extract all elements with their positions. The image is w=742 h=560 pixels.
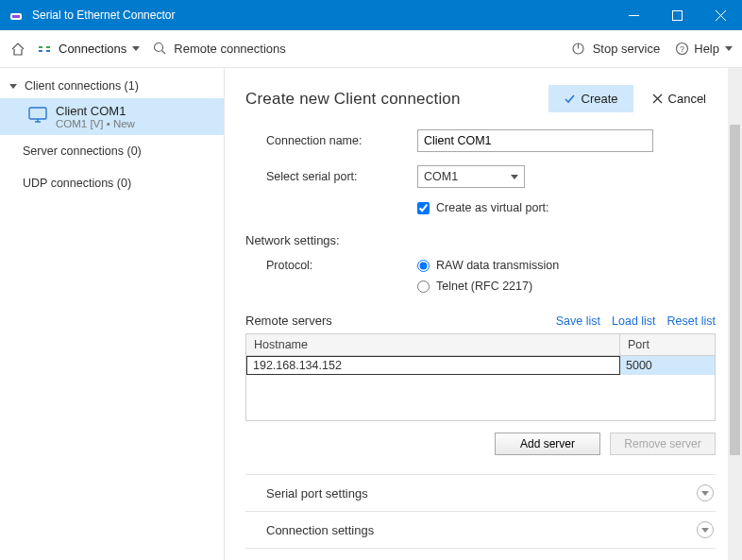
- help-label: Help: [694, 42, 719, 56]
- connection-settings-label: Connection settings: [266, 523, 374, 537]
- virtual-port-label: Create as virtual port:: [436, 201, 549, 214]
- reset-list-link[interactable]: Reset list: [667, 314, 716, 328]
- expand-icon: [697, 484, 714, 501]
- svg-text:?: ?: [680, 44, 684, 54]
- virtual-port-checkbox[interactable]: Create as virtual port:: [417, 201, 549, 214]
- serial-port-settings-label: Serial port settings: [266, 486, 368, 501]
- main-panel: Create new Client connection Create Canc…: [225, 68, 742, 560]
- svg-line-7: [161, 51, 165, 55]
- remote-servers-grid: Hostname Port 192.168.134.152 5000: [245, 333, 716, 421]
- help-icon: ?: [673, 41, 690, 58]
- table-row[interactable]: 192.168.134.152 5000: [246, 356, 715, 375]
- monitor-icon: [28, 107, 47, 127]
- connection-name-input[interactable]: [417, 129, 653, 152]
- col-hostname[interactable]: Hostname: [246, 334, 620, 355]
- svg-rect-3: [672, 10, 682, 20]
- close-icon: [652, 93, 663, 104]
- sidebar-item-name: Client COM1: [56, 104, 135, 118]
- search-icon: [151, 41, 168, 58]
- remote-connections-label: Remote connections: [174, 42, 286, 56]
- client-connections-label: Client connections (1): [25, 79, 139, 93]
- remote-servers-header: Remote servers: [245, 314, 332, 328]
- col-port[interactable]: Port: [620, 334, 715, 355]
- chevron-down-icon: [132, 46, 140, 51]
- help-dropdown[interactable]: ? Help: [673, 41, 733, 58]
- cell-hostname[interactable]: 192.168.134.152: [246, 356, 620, 375]
- telnet-label: Telnet (RFC 2217): [436, 280, 532, 293]
- raw-radio-input[interactable]: [417, 260, 430, 272]
- save-list-link[interactable]: Save list: [556, 314, 600, 328]
- cancel-label: Cancel: [668, 92, 706, 106]
- chevron-down-icon: [511, 175, 518, 179]
- serial-port-settings-section[interactable]: Serial port settings: [245, 474, 716, 511]
- chevron-down-icon: [9, 84, 17, 89]
- cell-port[interactable]: 5000: [620, 356, 715, 375]
- serial-port-label: Select serial port:: [266, 170, 417, 183]
- protocol-raw-radio[interactable]: RAW data transmission: [417, 259, 559, 272]
- app-icon: [8, 7, 25, 24]
- protocol-label: Protocol:: [266, 259, 417, 272]
- connections-icon: [36, 41, 53, 58]
- load-list-link[interactable]: Load list: [612, 314, 656, 328]
- serial-port-value: COM1: [424, 170, 458, 183]
- telnet-radio-input[interactable]: [417, 280, 430, 293]
- protocol-telnet-radio[interactable]: Telnet (RFC 2217): [417, 280, 559, 293]
- remove-server-button: Remove server: [610, 433, 716, 455]
- maximize-button[interactable]: [655, 0, 699, 30]
- add-server-button[interactable]: Add server: [495, 433, 600, 455]
- udp-connections-header[interactable]: UDP connections (0): [0, 167, 224, 199]
- sidebar-item-client-com1[interactable]: Client COM1 COM1 [V] • New: [0, 98, 224, 135]
- server-connections-header[interactable]: Server connections (0): [0, 135, 224, 167]
- toolbar: Connections Remote connections Stop serv…: [0, 30, 742, 68]
- create-label: Create: [582, 92, 618, 106]
- client-connections-header[interactable]: Client connections (1): [0, 74, 224, 98]
- raw-label: RAW data transmission: [436, 259, 559, 272]
- svg-point-6: [154, 43, 162, 52]
- connection-settings-section[interactable]: Connection settings: [245, 511, 716, 549]
- window-title: Serial to Ethernet Connector: [32, 8, 612, 22]
- scrollbar-thumb[interactable]: [730, 125, 740, 455]
- close-button[interactable]: [699, 0, 742, 30]
- stop-service-button[interactable]: Stop service: [570, 41, 661, 58]
- check-icon: [564, 93, 576, 105]
- minimize-button[interactable]: [612, 0, 655, 30]
- cancel-button[interactable]: Cancel: [643, 85, 716, 112]
- connections-dropdown[interactable]: Connections: [59, 42, 126, 56]
- connection-name-label: Connection name:: [266, 134, 417, 147]
- page-title: Create new Client connection: [245, 90, 461, 109]
- virtual-port-check-input[interactable]: [417, 202, 430, 214]
- svg-rect-1: [12, 15, 20, 18]
- chevron-down-icon: [725, 46, 733, 51]
- grid-empty-area: [246, 375, 715, 420]
- svg-rect-12: [29, 108, 46, 119]
- create-button[interactable]: Create: [548, 85, 633, 112]
- power-icon: [570, 41, 587, 58]
- stop-service-label: Stop service: [593, 42, 661, 56]
- network-settings-header: Network settings:: [245, 233, 716, 247]
- sidebar: Client connections (1) Client COM1 COM1 …: [0, 68, 225, 560]
- title-bar: Serial to Ethernet Connector: [0, 0, 742, 30]
- sidebar-item-sub: COM1 [V] • New: [56, 118, 135, 129]
- serial-port-select[interactable]: COM1: [417, 165, 525, 188]
- expand-icon: [697, 521, 714, 538]
- home-icon[interactable]: [9, 41, 26, 58]
- remote-connections-button[interactable]: Remote connections: [151, 41, 286, 58]
